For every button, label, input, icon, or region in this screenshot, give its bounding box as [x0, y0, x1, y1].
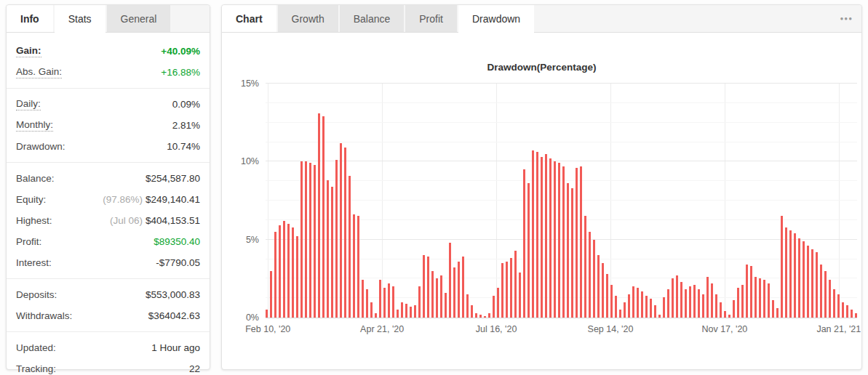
drawdown-bar: [798, 238, 800, 318]
drawdown-bar: [440, 275, 442, 318]
drawdown-bar: [493, 296, 495, 318]
gain-value: +40.09%: [161, 46, 200, 57]
drawdown-bar: [523, 169, 525, 318]
withdrawals-value: $364042.63: [148, 310, 200, 321]
drawdown-bar: [851, 310, 853, 318]
tab-chart[interactable]: Chart: [222, 5, 276, 32]
stat-row-interest: Interest: -$7790.05: [7, 252, 210, 273]
drawdown-bar: [615, 296, 617, 318]
plot-area[interactable]: Feb 10, '20Apr 21, '20Jul 16, '20Sep 14,…: [266, 84, 857, 318]
stats-group-rates: Daily: 0.09% Monthly: 2.81% Drawdown: 10…: [7, 89, 210, 163]
drawdown-bar: [807, 246, 809, 318]
stat-row-withdrawals: Withdrawals: $364042.63: [7, 305, 210, 326]
highest-label: Highest:: [16, 215, 52, 226]
drawdown-bar: [423, 255, 425, 318]
drawdown-bar: [794, 233, 796, 318]
deposits-value: $553,000.83: [146, 289, 200, 300]
drawdown-bar: [527, 183, 530, 318]
drawdown-bar: [383, 288, 386, 318]
stat-row-gain: Gain: +40.09%: [7, 41, 210, 62]
drawdown-bar: [698, 289, 700, 318]
deposits-label: Deposits:: [16, 289, 57, 300]
drawdown-bar: [628, 294, 630, 318]
drawdown-bar: [781, 216, 783, 318]
x-axis-label: Jul 16, '20: [476, 324, 517, 334]
drawdown-bar: [497, 288, 499, 318]
drawdown-bar: [370, 302, 373, 318]
tab-general[interactable]: General: [107, 5, 171, 32]
drawdown-bar: [759, 278, 761, 318]
drawdown-bar: [541, 157, 543, 318]
drawdown-bar: [322, 116, 324, 318]
drawdown-bar: [410, 307, 412, 318]
tab-drawdown[interactable]: Drawdown: [458, 5, 534, 33]
drawdown-bar: [824, 271, 827, 318]
drawdown-bar: [693, 285, 696, 318]
drawdown-bar: [514, 251, 517, 318]
drawdown-bar: [449, 243, 451, 318]
drawdown-bar: [466, 294, 469, 318]
drawdown-value: 10.74%: [167, 141, 200, 152]
drawdown-bar: [327, 180, 329, 318]
drawdown-bar: [379, 280, 381, 318]
drawdown-bar: [811, 249, 813, 318]
drawdown-bar: [833, 289, 835, 318]
drawdown-bar: [357, 216, 359, 318]
drawdown-bar: [785, 227, 787, 318]
info-tabbar: Info Stats General: [7, 5, 210, 33]
drawdown-bar: [737, 288, 739, 318]
drawdown-bar: [458, 262, 460, 318]
highest-date: (Jul 06): [110, 215, 143, 226]
stats-group-meta: Updated: 1 Hour ago Tracking: 22: [7, 332, 210, 375]
stat-row-updated: Updated: 1 Hour ago: [7, 337, 210, 358]
drawdown-bar: [510, 258, 512, 318]
stat-row-profit: Profit: $89350.40: [7, 231, 210, 252]
drawdown-bar: [331, 187, 333, 318]
drawdown-bar: [567, 183, 569, 318]
drawdown-bar: [353, 214, 355, 318]
drawdown-bar: [750, 266, 752, 318]
drawdown-bar: [580, 166, 582, 318]
tab-info[interactable]: Info: [7, 5, 53, 32]
drawdown-bar: [571, 188, 573, 318]
drawdown-bar: [292, 227, 294, 318]
x-axis-label: Jan 21, '21: [816, 324, 861, 334]
drawdown-bar: [672, 278, 674, 318]
profit-label: Profit:: [16, 236, 41, 247]
drawdown-bar: [300, 161, 303, 318]
drawdown-bar: [309, 163, 311, 318]
drawdown-bar: [314, 165, 316, 318]
drawdown-bar: [772, 300, 774, 318]
drawdown-bar: [803, 241, 805, 318]
tab-profit[interactable]: Profit: [405, 5, 457, 32]
more-options-icon[interactable]: ●●●: [840, 5, 853, 32]
drawdown-bar: [436, 278, 438, 318]
daily-value: 0.09%: [172, 99, 200, 110]
drawdown-bar: [855, 313, 857, 318]
updated-label: Updated:: [16, 342, 56, 353]
drawdown-bar: [680, 282, 682, 318]
profit-value: $89350.40: [154, 236, 200, 247]
tab-stats[interactable]: Stats: [55, 5, 105, 33]
drawdown-bar: [562, 166, 565, 318]
bar-series: [266, 84, 857, 318]
drawdown-bar: [287, 224, 290, 318]
drawdown-bar: [645, 296, 648, 318]
drawdown-bar: [720, 302, 722, 318]
tab-growth[interactable]: Growth: [278, 5, 338, 32]
drawdown-bar: [741, 285, 744, 318]
stat-row-deposits: Deposits: $553,000.83: [7, 284, 210, 305]
stat-row-monthly: Monthly: 2.81%: [7, 115, 210, 136]
drawdown-bar: [820, 265, 822, 318]
drawdown-bar: [685, 289, 687, 318]
drawdown-bar: [431, 271, 434, 318]
drawdown-bar: [667, 289, 669, 318]
drawdown-bar: [418, 286, 421, 318]
drawdown-bar: [754, 277, 757, 318]
drawdown-bar: [706, 277, 709, 318]
drawdown-bar: [776, 308, 779, 318]
drawdown-bar: [344, 148, 346, 318]
tab-balance[interactable]: Balance: [340, 5, 405, 32]
drawdown-bar: [602, 263, 604, 318]
drawdown-bar: [624, 302, 626, 318]
